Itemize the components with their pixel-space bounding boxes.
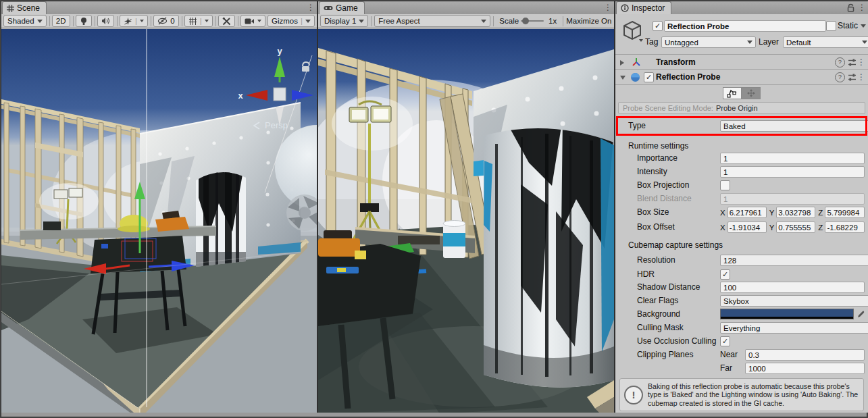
edit-probe-origin-button[interactable] bbox=[742, 87, 761, 99]
scale-slider-knob[interactable] bbox=[522, 18, 529, 24]
scene-panel: Scene ⋮ Shaded 2D bbox=[1, 1, 317, 413]
layer-label: Layer bbox=[759, 37, 779, 47]
scene-tools-button[interactable] bbox=[218, 15, 235, 27]
scene-viewport[interactable]: y x z Persp bbox=[1, 29, 317, 413]
scene-camera-button[interactable] bbox=[240, 15, 265, 27]
eyedropper-icon[interactable] bbox=[856, 310, 865, 319]
near-label: Near bbox=[720, 350, 738, 359]
svg-text:y: y bbox=[277, 46, 282, 56]
shadow-distance-field[interactable]: 100 bbox=[720, 282, 865, 293]
maximize-on-play-button[interactable]: Maximize On bbox=[566, 17, 611, 25]
reflection-probe-component-header[interactable]: ✓ Reflection Probe ? ⋮ bbox=[615, 69, 868, 85]
chevron-down-icon[interactable] bbox=[205, 20, 209, 22]
scale-label: Scale bbox=[499, 17, 519, 25]
box-projection-checkbox[interactable] bbox=[720, 180, 730, 190]
game-render bbox=[318, 29, 614, 413]
tab-scene[interactable]: Scene bbox=[2, 1, 47, 14]
occlusion-label: Use Occlusion Culling bbox=[637, 336, 719, 346]
gameobject-name-field[interactable]: Reflection Probe bbox=[664, 20, 826, 32]
scene-toolbar: Shaded 2D bbox=[1, 14, 317, 28]
intensity-label: Intensity bbox=[637, 167, 667, 176]
scene-grid-visibility-button[interactable]: | bbox=[184, 15, 213, 27]
type-dropdown[interactable]: Baked bbox=[720, 120, 868, 132]
box-offset-label: Box Offset bbox=[637, 222, 675, 232]
gameobject-active-checkbox[interactable]: ✓ bbox=[653, 21, 663, 31]
far-field[interactable]: 1000 bbox=[745, 363, 865, 374]
lock-icon[interactable] bbox=[847, 3, 854, 12]
shading-mode-dropdown[interactable]: Shaded bbox=[3, 15, 47, 27]
bounding-volume-icon bbox=[727, 88, 738, 98]
clear-flags-label: Clear Flags bbox=[637, 296, 678, 305]
chevron-down-icon bbox=[481, 20, 486, 23]
resolution-dropdown[interactable]: 128 bbox=[720, 255, 868, 266]
presets-icon[interactable] bbox=[848, 73, 857, 82]
help-icon[interactable]: ? bbox=[835, 72, 845, 82]
help-icon[interactable]: ? bbox=[835, 57, 845, 68]
box-offset-x-field[interactable]: -1.91034 bbox=[727, 221, 767, 233]
lightbulb-icon bbox=[80, 17, 88, 26]
hdr-checkbox[interactable]: ✓ bbox=[720, 269, 730, 280]
culling-mask-dropdown[interactable]: Everything bbox=[720, 322, 868, 334]
scale-slider[interactable] bbox=[521, 20, 544, 22]
tab-inspector[interactable]: Inspector bbox=[616, 1, 671, 14]
static-flags-chevron-icon[interactable] bbox=[861, 24, 866, 28]
box-offset-y-field[interactable]: 0.755555 bbox=[776, 221, 815, 233]
foldout-arrow-icon[interactable] bbox=[620, 76, 626, 80]
foldout-arrow-icon[interactable] bbox=[620, 60, 624, 66]
occlusion-checkbox[interactable]: ✓ bbox=[720, 336, 730, 346]
near-field[interactable]: 0.3 bbox=[745, 349, 865, 361]
background-color-swatch[interactable] bbox=[720, 309, 854, 319]
tools-icon bbox=[222, 17, 231, 26]
2d-toggle-button[interactable]: 2D bbox=[52, 15, 70, 27]
scene-audio-button[interactable] bbox=[97, 15, 114, 27]
scale-value: 1x bbox=[548, 17, 557, 25]
tab-game[interactable]: Game bbox=[319, 1, 365, 14]
cubemap-settings-label: Cubemap capture settings bbox=[628, 240, 723, 250]
game-viewport[interactable] bbox=[318, 29, 614, 413]
display-dropdown[interactable]: Display 1 bbox=[320, 15, 368, 27]
warning-icon: ! bbox=[624, 386, 643, 404]
background-label: Background bbox=[637, 309, 680, 319]
hdr-label: HDR bbox=[637, 269, 655, 279]
edit-bounding-volume-button[interactable] bbox=[723, 87, 742, 99]
component-kebab-icon[interactable]: ⋮ bbox=[857, 57, 865, 67]
gizmos-dropdown[interactable]: Gizmos | bbox=[267, 15, 315, 27]
box-size-x-field[interactable]: 6.217961 bbox=[727, 207, 767, 218]
component-kebab-icon[interactable]: ⋮ bbox=[857, 72, 865, 82]
presets-icon[interactable] bbox=[848, 58, 857, 67]
box-size-y-field[interactable]: 3.032798 bbox=[776, 207, 815, 218]
reflection-probe-title: Reflection Probe bbox=[656, 72, 720, 82]
box-offset-z-field[interactable]: -1.68229 bbox=[825, 221, 865, 233]
divider bbox=[563, 16, 563, 26]
layer-dropdown[interactable]: Default bbox=[783, 36, 868, 48]
inspector-tabbar: Inspector ⋮ bbox=[615, 1, 868, 14]
scene-effects-button[interactable]: | bbox=[120, 15, 148, 27]
importance-label: Importance bbox=[637, 153, 678, 163]
tag-label: Tag bbox=[645, 37, 658, 47]
aspect-ratio-dropdown[interactable]: Free Aspect bbox=[374, 15, 490, 27]
editing-mode-label: Probe Scene Editing Mode: bbox=[623, 104, 713, 112]
transform-component-header[interactable]: Transform ? ⋮ bbox=[615, 54, 868, 70]
window-bottom-border bbox=[1, 413, 867, 417]
clear-flags-dropdown[interactable]: Skybox bbox=[720, 295, 868, 307]
inspector-menu-kebab-icon[interactable]: ⋮ bbox=[858, 2, 866, 14]
camera-icon bbox=[245, 18, 255, 25]
gamepad-icon bbox=[324, 5, 333, 11]
scene-lighting-button[interactable] bbox=[76, 15, 92, 27]
component-enabled-checkbox[interactable]: ✓ bbox=[644, 72, 654, 82]
importance-field[interactable]: 1 bbox=[720, 153, 865, 164]
chevron-down-icon[interactable] bbox=[257, 20, 261, 22]
scene-visibility-button[interactable]: 0 bbox=[153, 15, 178, 27]
chevron-down-icon[interactable] bbox=[140, 20, 144, 22]
svg-text:x: x bbox=[238, 90, 243, 101]
intensity-field[interactable]: 1 bbox=[720, 166, 865, 178]
effects-star-icon bbox=[124, 17, 132, 26]
game-menu-kebab-icon[interactable]: ⋮ bbox=[604, 2, 612, 14]
static-checkbox[interactable] bbox=[826, 21, 836, 31]
tag-dropdown[interactable]: Untagged bbox=[661, 36, 756, 48]
blend-distance-field: 1 bbox=[720, 193, 865, 205]
unity-editor-window: Scene ⋮ Shaded 2D bbox=[0, 0, 868, 418]
scene-menu-kebab-icon[interactable]: ⋮ bbox=[307, 2, 315, 14]
box-size-z-field[interactable]: 5.799984 bbox=[825, 207, 865, 218]
scene-render: y x z Persp bbox=[1, 29, 317, 413]
